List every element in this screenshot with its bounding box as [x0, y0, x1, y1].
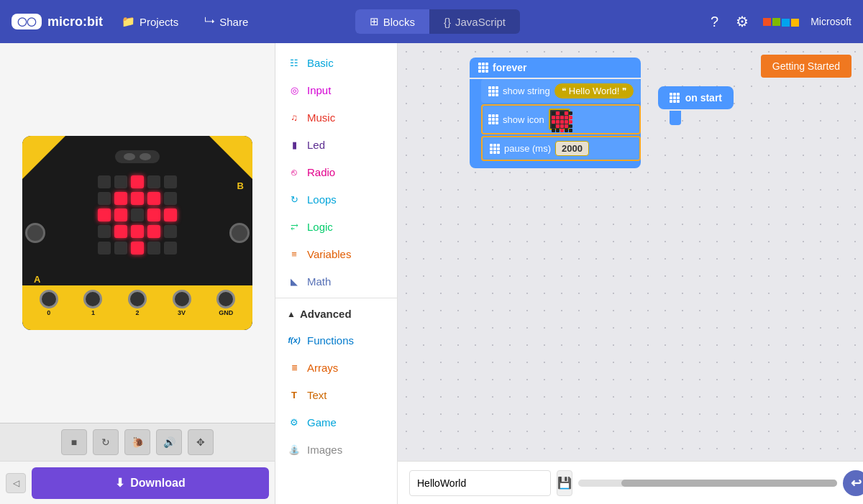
microbit-bottom: 0 1 2 3V	[22, 285, 252, 330]
icon-pixel	[556, 129, 560, 132]
ms-square-blue	[782, 19, 790, 27]
microbit-eyes	[115, 150, 160, 163]
led-cell	[98, 175, 111, 188]
on-start-grid-icon	[670, 93, 680, 103]
led-cell	[98, 209, 111, 221]
sidebar-item-loops[interactable]: ↻ Loops	[275, 185, 397, 213]
corner-tr	[209, 136, 252, 179]
sound-button[interactable]: 🔊	[156, 429, 182, 455]
led-cell	[147, 175, 160, 188]
sidebar-item-input[interactable]: ◎ Input	[275, 76, 397, 104]
variables-label: Variables	[307, 248, 351, 260]
download-icon: ⬇	[115, 476, 124, 490]
pin-2: 2	[128, 290, 147, 316]
icon-pixel	[556, 120, 560, 124]
collapse-button[interactable]: ◁	[6, 473, 26, 493]
sidebar-item-advanced[interactable]: ▲ Advanced	[275, 301, 397, 326]
pin-hole-0	[40, 290, 58, 308]
block-forever-header: forever	[470, 58, 641, 78]
basic-icon: ☷	[287, 55, 301, 70]
block-forever[interactable]: forever show string ❝ Hello World! ❞	[470, 58, 641, 168]
pause-grid-icon	[490, 144, 500, 154]
header-right: ? ⚙ Microsoft	[708, 10, 851, 33]
button-b[interactable]	[229, 223, 250, 243]
led-cell	[114, 225, 127, 238]
led-cell	[98, 242, 111, 255]
help-button[interactable]: ?	[708, 11, 721, 33]
blocks-canvas[interactable]: Getting Started forever	[398, 43, 863, 504]
sidebar-item-game[interactable]: ⚙ Game	[275, 408, 397, 436]
led-label: Led	[307, 139, 325, 151]
sidebar-item-variables[interactable]: ≡ Variables	[275, 240, 397, 267]
sidebar-item-radio[interactable]: ⎋ Radio	[275, 158, 397, 185]
pause-value[interactable]: 2000	[555, 141, 589, 156]
icon-pixel	[565, 129, 568, 132]
pin-3v: 3V	[173, 290, 191, 316]
sidebar-item-functions[interactable]: f(x) Functions	[275, 326, 397, 354]
bottom-bar: 💾 ↩ ↪ + −	[398, 461, 863, 504]
block-pause[interactable]: pause (ms) 2000	[481, 136, 641, 161]
icon-pixel	[552, 124, 555, 128]
category-panel: ☷ Basic ◎ Input ♫ Music ▮ Led ⎋ Radio ↻ …	[275, 43, 398, 504]
projects-button[interactable]: 📁 Projects	[114, 11, 186, 32]
sidebar-item-logic[interactable]: ⥂ Logic	[275, 213, 397, 240]
download-button[interactable]: ⬇ Download	[32, 467, 269, 499]
scrollbar[interactable]	[578, 480, 837, 487]
math-icon: ◣	[287, 274, 301, 288]
button-a[interactable]	[25, 223, 45, 243]
sidebar-item-led[interactable]: ▮ Led	[275, 131, 397, 158]
sidebar-item-basic[interactable]: ☷ Basic	[275, 49, 397, 76]
led-cell	[164, 192, 177, 205]
save-button[interactable]: 💾	[557, 470, 572, 496]
restart-button[interactable]: ↻	[93, 429, 119, 455]
getting-started-button[interactable]: Getting Started	[761, 55, 851, 78]
icon-preview[interactable]	[549, 109, 570, 130]
icon-pixel	[569, 120, 572, 124]
pause-label: pause (ms)	[504, 143, 551, 154]
led-cell	[164, 209, 177, 221]
icon-pixel	[565, 111, 568, 115]
pin-label-3v: 3V	[173, 309, 191, 316]
icon-pixel	[556, 111, 560, 115]
eye-left	[124, 153, 135, 160]
header: ◯◯ micro:bit 📁 Projects ⮡ Share ⊞ Blocks…	[0, 0, 863, 43]
sidebar-item-images[interactable]: ⛲ Images	[275, 436, 397, 463]
stop-button[interactable]: ■	[61, 429, 87, 455]
button-b-container	[229, 223, 250, 243]
icon-pixel	[552, 111, 555, 115]
sidebar-item-music[interactable]: ♫ Music	[275, 104, 397, 131]
label-a: A	[34, 274, 40, 285]
block-show-string[interactable]: show string ❝ Hello World! ❞	[481, 79, 641, 103]
ms-square-yellow	[791, 19, 799, 27]
pin-label-1: 1	[83, 309, 102, 316]
advanced-label-text: Advanced	[300, 308, 352, 320]
led-cell	[114, 242, 127, 255]
settings-button[interactable]: ⚙	[733, 10, 752, 33]
eye-right	[140, 153, 151, 160]
input-icon: ◎	[287, 83, 301, 97]
string-value-block[interactable]: ❝ Hello World! ❞	[554, 83, 634, 98]
icon-pixel	[565, 124, 568, 128]
fullscreen-button[interactable]: ✥	[188, 429, 214, 455]
share-button[interactable]: ⮡ Share	[197, 12, 255, 32]
game-icon: ⚙	[287, 415, 301, 429]
sidebar-item-text[interactable]: T Text	[275, 381, 397, 408]
block-show-icon[interactable]: show icon	[481, 104, 641, 134]
undo-button[interactable]: ↩	[843, 470, 863, 496]
slow-button[interactable]: 🐌	[124, 429, 150, 455]
block-on-start[interactable]: on start	[658, 86, 734, 125]
tab-javascript[interactable]: {} JavaScript	[429, 9, 520, 34]
pins-row: 0 1 2 3V	[22, 288, 252, 318]
logo-text: micro:bit	[47, 14, 103, 29]
pin-label-2: 2	[128, 309, 147, 316]
input-label: Input	[307, 84, 331, 96]
led-cell	[164, 175, 177, 188]
filename-input[interactable]	[409, 470, 551, 496]
sidebar-item-arrays[interactable]: ≣ Arrays	[275, 354, 397, 381]
led-cell	[164, 225, 177, 238]
led-cell	[147, 242, 160, 255]
sidebar-item-math[interactable]: ◣ Math	[275, 267, 397, 295]
microbit-face	[115, 150, 160, 163]
scrollbar-thumb	[621, 480, 837, 487]
tab-blocks[interactable]: ⊞ Blocks	[355, 9, 429, 34]
